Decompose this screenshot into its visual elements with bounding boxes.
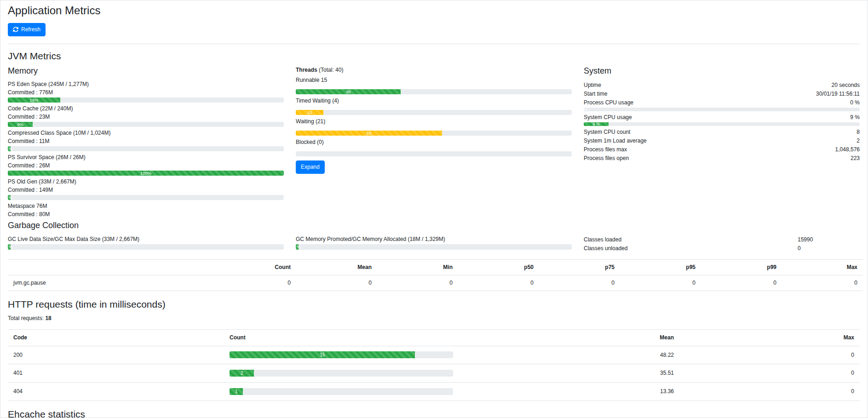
memory-pool: Compressed Class Space (10M / 1,024M) Co…	[8, 129, 284, 151]
gc-metric-count: 0	[215, 275, 296, 291]
gc-col-p95: p95	[620, 259, 701, 275]
refresh-button-label: Refresh	[21, 26, 40, 34]
gc-metric-p95: 0	[620, 275, 701, 291]
system-progress: 0 %	[584, 108, 860, 111]
ehcache-title: Ehcache statistics	[8, 408, 860, 418]
system-row-value: 223	[851, 155, 860, 162]
http-total-label: Total requests:	[8, 315, 45, 321]
table-row: 200 15 48.22 0	[8, 346, 860, 364]
system-row-value: 2	[857, 137, 860, 144]
http-count-cell: 1	[224, 383, 459, 401]
progress-bar-fill: 2	[230, 370, 254, 377]
threads-title: Threads	[296, 67, 317, 73]
http-col-count: Count	[224, 329, 459, 346]
progress-bar-fill: 38	[296, 89, 401, 94]
gc-metric-min: 0	[377, 275, 458, 291]
gc-metric-max: 0	[782, 275, 863, 291]
refresh-icon	[13, 27, 18, 32]
table-row: 404 1 13.36 0	[8, 383, 860, 401]
thread-state-label: Waiting (21)	[296, 118, 572, 125]
memory-progress: 19%	[8, 97, 284, 103]
memory-pool-label: PS Eden Space (245M / 1,277M)	[8, 80, 284, 88]
system-row-label: Process CPU usage	[584, 99, 633, 106]
http-col-mean: Mean	[459, 329, 679, 346]
system-row: System CPU count 8	[584, 127, 860, 136]
system-row: Uptime 20 seconds	[584, 80, 860, 89]
thread-progress: 10	[296, 110, 572, 115]
table-row: jvm.gc.pause 0 0 0 0 0 0 0 0	[8, 275, 863, 291]
memory-pool: PS Eden Space (245M / 1,277M) Committed …	[8, 80, 284, 103]
progress-bar-fill: 10	[296, 110, 323, 115]
system-row: Process files max 1,048,576	[584, 145, 860, 154]
system-row-label: System CPU usage	[584, 114, 632, 121]
system-progress: 9 %	[584, 122, 860, 126]
gc-metric-p99: 0	[701, 275, 782, 291]
http-code: 404	[8, 383, 224, 401]
memory-pool-label: Compressed Class Space (10M / 1,024M)	[8, 129, 284, 137]
memory-pool: Metaspace 76M Committed : 80M	[8, 202, 284, 218]
memory-title: Memory	[8, 66, 284, 76]
http-mean: 48.22	[459, 346, 679, 364]
gc-col-name	[8, 259, 215, 275]
http-code: 401	[8, 364, 224, 383]
system-row-value: 9 %	[850, 114, 860, 121]
system-row: System CPU usage 9 %	[584, 113, 860, 121]
http-count-progress: 15	[230, 351, 453, 358]
http-code: 200	[8, 346, 224, 364]
http-total-value: 18	[45, 315, 51, 321]
system-row-label: Process files max	[584, 146, 627, 153]
progress-bar-fill: 15	[230, 351, 415, 358]
gc-bar-label: GC Memory Promoted/GC Memory Allocated (…	[296, 235, 572, 243]
memory-progress: 9%	[8, 122, 284, 127]
system-row-label: System 1m Load average	[584, 137, 647, 144]
memory-pool-label: PS Survivor Space (26M / 26M)	[8, 154, 284, 161]
classes-row: Classes loaded 15990	[584, 235, 860, 244]
divider	[8, 44, 860, 44]
system-row: Process CPU usage 0 %	[584, 98, 860, 107]
progress-bar-fill: 1	[230, 388, 243, 395]
memory-pool-committed: Committed : 776M	[8, 89, 284, 96]
progress-bar-fill: 1%	[8, 195, 11, 200]
system-row-value: 30/01/19 11:56:11	[816, 90, 860, 97]
system-title: System	[584, 66, 860, 76]
page-title: Application Metrics	[8, 4, 860, 17]
memory-progress: 100%	[8, 171, 284, 176]
http-title: HTTP requests (time in milliseconds)	[8, 298, 860, 310]
memory-pool-committed: Committed : 23M	[8, 113, 284, 120]
refresh-button[interactable]: Refresh	[8, 23, 46, 36]
memory-pool-committed: Committed : 149M	[8, 186, 284, 194]
system-row-value: 8	[857, 128, 860, 136]
http-requests-table: Code Count Mean Max 200 15 48.22 0 401	[8, 329, 860, 401]
system-row-value: 1,048,576	[835, 146, 860, 153]
progress-bar-fill: 53	[296, 131, 442, 136]
progress-bar-fill: 9 %	[584, 122, 609, 126]
progress-bar-fill: 19%	[8, 97, 60, 103]
http-total-requests: Total requests: 18	[8, 315, 860, 322]
http-col-code: Code	[8, 329, 224, 346]
gc-col-max: Max	[782, 259, 863, 275]
expand-button[interactable]: Expand	[296, 160, 325, 174]
http-col-max: Max	[679, 329, 860, 346]
memory-pool-committed: Committed : 80M	[8, 211, 284, 218]
memory-pool-label: Code Cache (22M / 240M)	[8, 105, 284, 112]
threads-section: Threads (Total: 40) Runnable 15 38 Timed…	[296, 66, 572, 218]
gc-progress: 1%	[8, 244, 284, 250]
gc-col-count: Count	[215, 259, 296, 275]
classes-label: Classes loaded	[584, 236, 791, 243]
progress-bar-fill: 1%	[296, 244, 299, 250]
gc-metric-p75: 0	[539, 275, 620, 291]
progress-bar-fill: 1%	[8, 244, 11, 250]
memory-section: Memory PS Eden Space (245M / 1,277M) Com…	[8, 66, 284, 218]
memory-progress: 1%	[8, 195, 284, 200]
system-section: System Uptime 20 seconds Start time 30/0…	[584, 66, 860, 218]
gc-classes-section: Classes loaded 15990 Classes unloaded 0	[584, 235, 860, 253]
system-row-label: System CPU count	[584, 128, 630, 136]
http-count-progress: 1	[230, 388, 453, 395]
gc-col-mean: Mean	[296, 259, 377, 275]
classes-row: Classes unloaded 0	[584, 244, 860, 253]
progress-bar-fill: 1%	[8, 146, 11, 151]
expand-button-label: Expand	[301, 163, 320, 171]
http-mean: 35.51	[459, 364, 679, 383]
gc-promoted-section: GC Memory Promoted/GC Memory Allocated (…	[296, 235, 572, 253]
memory-pool-label: Metaspace 76M	[8, 202, 284, 210]
